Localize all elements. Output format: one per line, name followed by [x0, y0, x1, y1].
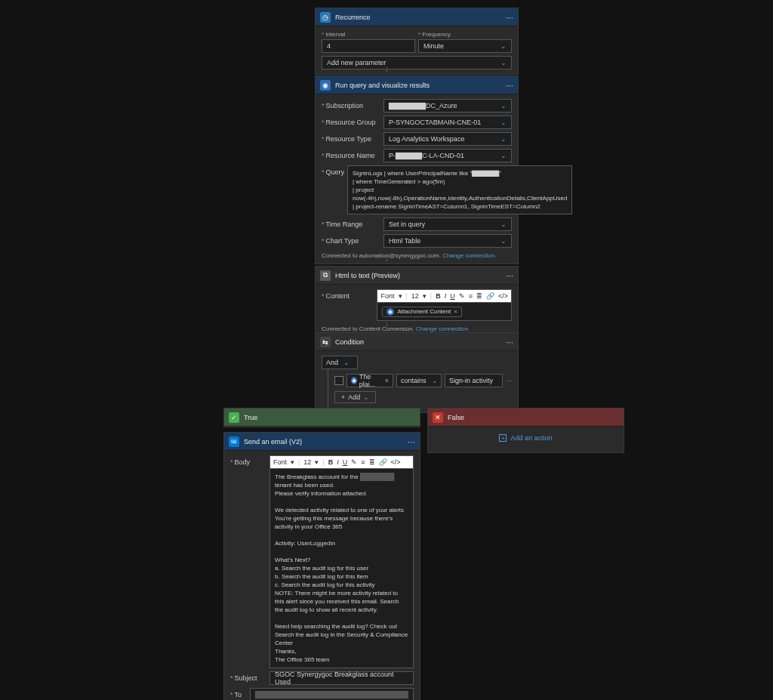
time-range-label: Time Range — [322, 217, 380, 228]
token-icon: ◉ — [351, 377, 357, 384]
resource-type-select[interactable]: Log Analytics Workspace⌄ — [383, 132, 512, 146]
chevron-down-icon: ⌄ — [500, 135, 507, 143]
x-icon: ✕ — [433, 412, 443, 423]
runquery-card: ◉ Run query and visualize results ··· Su… — [315, 76, 519, 264]
content-input[interactable]: ◉Attachment Content× — [377, 303, 512, 321]
change-connection-link[interactable]: Change connection. — [416, 325, 470, 332]
chart-icon: ◉ — [320, 80, 331, 91]
true-header[interactable]: ✓ True — [224, 409, 420, 427]
recurrence-card: ◷ Recurrence ··· Interval 4 Frequency Mi… — [315, 8, 519, 75]
row-checkbox[interactable] — [334, 376, 343, 385]
underline-button[interactable]: U — [450, 292, 455, 300]
query-textarea[interactable]: SigninLogs | where UserPrincipalName lik… — [347, 165, 572, 214]
frequency-select[interactable]: Minute⌄ — [418, 39, 512, 53]
to-input[interactable]: ▇▇▇▇▇▇▇▇▇▇▇▇▇▇▇▇▇▇▇▇▇▇▇▇▇▇▇▇▇ — [250, 688, 414, 700]
false-header[interactable]: ✕ False — [428, 409, 624, 427]
resource-type-label: Resource Type — [322, 132, 380, 143]
size-select[interactable]: 12 — [411, 292, 419, 300]
flow-arrow-icon: ↓ — [384, 319, 389, 329]
runquery-title: Run query and visualize results — [335, 82, 506, 89]
runquery-header[interactable]: ◉ Run query and visualize results ··· — [316, 76, 518, 94]
connection-text: Connected to Content Conversion. Change … — [322, 325, 512, 332]
value-left[interactable]: ◉The plai...× — [346, 374, 393, 387]
more-icon[interactable]: ··· — [506, 80, 513, 91]
html-icon: ⧉ — [320, 270, 331, 281]
rte-toolbar[interactable]: Font▾| 12▾| B I U ✎ ≡ ≣ 🔗 </> — [377, 289, 512, 303]
add-row-button[interactable]: +Add⌄ — [334, 391, 376, 403]
add-param-select[interactable]: Add new parameter⌄ — [322, 56, 512, 69]
bold-button[interactable]: B — [328, 458, 334, 466]
flow-arrow-icon: ↓ — [384, 253, 389, 264]
italic-button[interactable]: I — [337, 458, 339, 466]
true-title: True — [244, 414, 415, 421]
outlook-icon: ✉ — [229, 436, 239, 447]
value-right[interactable]: Sign-in activity — [445, 374, 503, 387]
color-button[interactable]: ✎ — [351, 458, 357, 466]
htmltext-header[interactable]: ⧉ Html to text (Preview) ··· — [316, 267, 518, 285]
numlist-button[interactable]: ≣ — [369, 458, 375, 466]
bold-button[interactable]: B — [436, 292, 441, 300]
link-button[interactable]: 🔗 — [486, 292, 494, 300]
resource-name-select[interactable]: P-▇▇▇▇▇C-LA-CND-01⌄ — [383, 149, 512, 162]
chevron-down-icon: ⌄ — [500, 152, 507, 159]
size-select[interactable]: 12 — [303, 458, 311, 466]
flow-arrow-icon: ↓ — [384, 63, 389, 74]
condition-card: ⇆ Condition ··· And⌄ ◉The plai...× conta… — [315, 332, 519, 413]
list-button[interactable]: ≡ — [361, 458, 365, 466]
list-button[interactable]: ≡ — [469, 292, 473, 300]
time-range-select[interactable]: Set in query⌄ — [383, 217, 512, 231]
font-select[interactable]: Font — [273, 458, 287, 466]
operator-select[interactable]: contains⌄ — [396, 374, 442, 387]
condition-header[interactable]: ⇆ Condition ··· — [316, 333, 518, 351]
to-label: To — [230, 688, 247, 698]
resource-group-select[interactable]: P-SYNGOCTABMAIN-CNE-01⌄ — [383, 116, 512, 129]
body-textarea[interactable]: The Breakglass account for the ████████ … — [269, 469, 414, 668]
chevron-down-icon: ⌄ — [500, 59, 507, 66]
chevron-down-icon: ⌄ — [363, 393, 369, 401]
sendemail-header[interactable]: ✉ Send an email (V2) ··· — [224, 433, 420, 451]
code-button[interactable]: </> — [391, 458, 401, 466]
add-action-link[interactable]: +Add an action — [428, 434, 624, 442]
logic-select[interactable]: And⌄ — [322, 356, 358, 369]
connection-text: Connected to automation@synergygoc.com. … — [322, 252, 512, 259]
more-icon[interactable]: ··· — [506, 12, 513, 23]
frequency-label: Frequency — [418, 31, 512, 38]
remove-token-icon[interactable]: × — [385, 377, 389, 384]
htmltext-card: ⧉ Html to text (Preview) ··· Content Fon… — [315, 266, 519, 338]
clock-icon: ◷ — [320, 12, 331, 23]
font-select[interactable]: Font — [380, 292, 394, 300]
body-label: Body — [230, 455, 266, 466]
chart-type-label: Chart Type — [322, 234, 380, 245]
code-button[interactable]: </> — [498, 292, 508, 300]
chevron-down-icon: ⌄ — [500, 42, 507, 50]
condition-title: Condition — [335, 338, 506, 346]
rte-toolbar[interactable]: Font▾| 12▾| B I U ✎ ≡ ≣ 🔗 </> — [269, 455, 414, 469]
remove-token-icon[interactable]: × — [454, 308, 457, 315]
chevron-down-icon: ⌄ — [500, 237, 507, 245]
underline-button[interactable]: U — [343, 458, 348, 466]
check-icon: ✓ — [229, 412, 239, 423]
content-label: Content — [322, 289, 374, 300]
false-branch-card: ✕ False +Add an action — [427, 408, 624, 453]
color-button[interactable]: ✎ — [459, 292, 465, 300]
sendemail-title: Send an email (V2) — [244, 438, 408, 446]
italic-button[interactable]: I — [445, 292, 447, 300]
change-connection-link[interactable]: Change connection. — [442, 252, 496, 259]
chart-type-select[interactable]: Html Table⌄ — [383, 234, 512, 248]
sendemail-card: ✉ Send an email (V2) ··· Body Font▾| 12▾… — [223, 432, 420, 700]
more-icon[interactable]: ··· — [408, 436, 415, 447]
interval-input[interactable]: 4 — [322, 39, 415, 53]
row-more-icon[interactable]: ··· — [506, 377, 512, 384]
numlist-button[interactable]: ≣ — [476, 292, 482, 300]
subject-input[interactable]: SGOC Synergygoc Breakglass account Used — [269, 671, 414, 685]
more-icon[interactable]: ··· — [506, 337, 513, 347]
token-icon: ◉ — [386, 308, 394, 316]
condition-row: ◉The plai...× contains⌄ Sign-in activity… — [334, 374, 512, 387]
subscription-select[interactable]: ▇▇▇▇▇▇▇DC_Azure⌄ — [383, 99, 512, 113]
true-branch-card: ✓ True — [223, 408, 420, 427]
more-icon[interactable]: ··· — [506, 270, 513, 281]
recurrence-title: Recurrence — [335, 14, 506, 21]
link-button[interactable]: 🔗 — [379, 458, 387, 466]
recurrence-header[interactable]: ◷ Recurrence ··· — [316, 8, 518, 26]
attachment-content-token[interactable]: ◉Attachment Content× — [382, 307, 461, 317]
